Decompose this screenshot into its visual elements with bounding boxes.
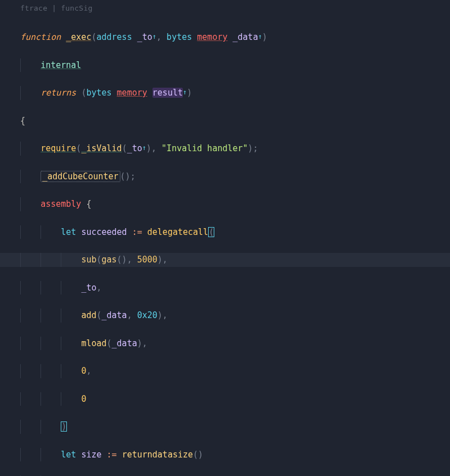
- kw-let: let: [61, 227, 76, 237]
- num-0: 0: [81, 394, 86, 404]
- fn-returndatasize: returndatasize: [122, 450, 193, 460]
- var-to: _to: [81, 283, 96, 293]
- arrow-up-icon: ↑: [258, 33, 262, 40]
- kw-returns: returns: [40, 88, 76, 98]
- kw-let: let: [61, 450, 76, 460]
- string-literal: "Invalid handler": [161, 143, 248, 153]
- var-size: size: [81, 450, 101, 460]
- var-succeeded: succeeded: [81, 227, 127, 237]
- fn-name: _exec: [66, 32, 91, 42]
- fn-mload: mload: [81, 338, 106, 348]
- arrow-up-icon: ↑: [183, 88, 187, 96]
- fn-require: require: [40, 143, 76, 153]
- hex-0x20: 0x20: [137, 310, 158, 320]
- param-to: _to: [137, 32, 152, 42]
- crumb-funcsig[interactable]: funcSig: [61, 4, 92, 12]
- arrow-up-icon: ↑: [142, 144, 146, 152]
- fn-gas: gas: [102, 255, 117, 265]
- paren-close: ): [61, 421, 67, 432]
- var-data: _data: [112, 338, 137, 348]
- kw-function: function: [20, 32, 61, 42]
- fn-add: add: [81, 310, 96, 320]
- type-address: address: [96, 32, 132, 42]
- fn-addcubecounter: _addCubeCounter: [40, 171, 120, 182]
- crumb-ftrace[interactable]: ftrace: [20, 4, 47, 12]
- num-5000: 5000: [137, 255, 158, 265]
- kw-internal: internal: [40, 60, 81, 70]
- cursor: (: [208, 227, 214, 237]
- breadcrumb: ftrace | funcSig: [0, 0, 450, 15]
- arrow-up-icon: ↑: [152, 33, 156, 40]
- type-bytes: bytes: [166, 32, 192, 42]
- param-data: _data: [233, 32, 258, 42]
- kw-memory: memory: [117, 88, 147, 98]
- code-editor[interactable]: function _exec(address _to↑, bytes memor…: [0, 15, 450, 476]
- kw-assembly: assembly: [40, 199, 81, 209]
- fn-isvalid: _isValid: [81, 143, 122, 153]
- var-data: _data: [102, 310, 127, 320]
- fn-delegatecall: delegatecall: [147, 227, 208, 237]
- ret-result: result: [152, 88, 183, 98]
- type-bytes: bytes: [86, 88, 111, 98]
- fn-sub: sub: [81, 255, 96, 265]
- kw-memory: memory: [197, 32, 227, 42]
- var-to: _to: [127, 143, 142, 153]
